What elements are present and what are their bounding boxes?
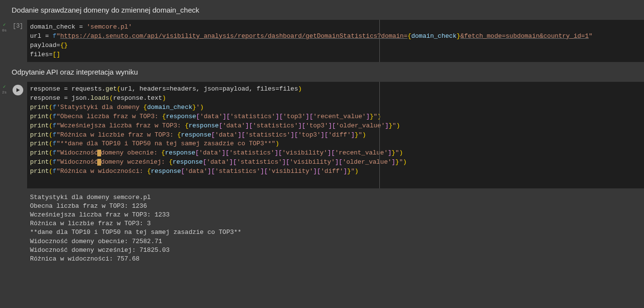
code-token: f: [53, 158, 57, 166]
code-token: =: [49, 51, 53, 58]
code-token: 'top3': [306, 122, 329, 129]
code-token: 'older_value': [336, 122, 385, 129]
code-token: =: [45, 32, 49, 40]
code-token: 'statistics': [215, 168, 260, 175]
code-cell-2: ✓ 2s response = requests.get(url, header…: [0, 82, 644, 188]
code-token: print: [30, 149, 49, 156]
code-token: get: [105, 85, 117, 92]
run-button[interactable]: [13, 85, 23, 95]
code-token: 'top3': [283, 113, 306, 120]
code-token: {: [185, 122, 189, 129]
code-token: ': [196, 104, 200, 111]
exec-time: 0s: [2, 29, 7, 32]
code-token: ): [399, 149, 403, 156]
cell-output: Statystyki dla domeny semcore.pl Obecna …: [0, 188, 644, 269]
code-token: ][: [208, 168, 215, 175]
code-token: ": [589, 32, 593, 40]
code-token: "Różnica w widoczności:: [57, 168, 147, 175]
code-token: 'recent_value': [313, 113, 366, 120]
code-token: [: [181, 168, 185, 175]
code-token: print: [30, 158, 49, 166]
code-token: ][: [223, 113, 230, 120]
code-token: (: [49, 168, 53, 175]
code-token: ]: [391, 158, 395, 166]
code-token: f: [53, 140, 57, 147]
code-token: print: [30, 140, 49, 147]
code-editor[interactable]: domain_check = 'semcore.pl' url = f"http…: [27, 20, 644, 62]
code-token: ": [399, 158, 403, 166]
code-token: ][: [275, 113, 283, 120]
code-token: print: [30, 131, 49, 139]
code-token: ][: [222, 149, 229, 156]
code-token: domeny wcześniej:: [101, 158, 168, 166]
code-token: ][: [335, 158, 343, 166]
code-token: .: [87, 94, 90, 102]
code-token: "Wcześniejsza liczba fraz w TOP3:: [57, 122, 185, 129]
code-token: ): [162, 94, 166, 102]
code-token: (: [49, 122, 53, 129]
cell-prompt: [3]: [9, 20, 27, 62]
code-token: 'visibility': [282, 149, 328, 156]
code-token: json: [72, 94, 87, 102]
code-token: response: [173, 158, 203, 166]
code-token: ][: [229, 158, 237, 166]
code-token: ][: [328, 149, 335, 156]
code-token: https://api.senuto.com/api/visibility_an…: [60, 32, 407, 40]
code-token: "Obecna liczba fraz w TOP3:: [57, 113, 162, 120]
code-token: "Różnica w liczbie fraz w TOP3:: [57, 131, 178, 139]
code-token: url: [30, 32, 41, 40]
code-token: f: [53, 113, 57, 120]
editor-ruler: [379, 82, 380, 188]
code-token: domeny obecnie:: [101, 149, 161, 156]
code-token: []: [53, 51, 60, 58]
code-token: &fetch_mode=subdomain&country_id=1: [460, 32, 588, 40]
code-token: requests: [72, 85, 102, 92]
code-token: 'semcore.pl': [87, 23, 132, 31]
code-editor[interactable]: response = requests.get(url, headers=hea…: [27, 82, 644, 188]
code-token: (: [49, 140, 53, 147]
code-token: ][: [306, 113, 314, 120]
code-token: ": [395, 149, 399, 156]
code-token: 'Statystyki dla domeny: [57, 104, 143, 111]
code-token: 'data': [215, 131, 238, 139]
code-token: (: [49, 104, 53, 111]
code-token: ): [403, 158, 407, 166]
code-token: ): [396, 122, 400, 129]
code-token: [: [203, 158, 207, 166]
code-token: 'visibility': [268, 168, 314, 175]
code-token: files: [30, 51, 49, 58]
code-token: print: [30, 104, 49, 111]
code-token: .: [102, 85, 105, 92]
code-token: 'statistics': [229, 149, 275, 156]
code-token: 'statistics': [230, 113, 276, 120]
code-token: 'data': [200, 113, 223, 120]
code-token: [: [196, 113, 200, 120]
code-token: ): [362, 131, 366, 139]
code-token: 'statistics': [253, 122, 298, 129]
code-token: =: [64, 94, 68, 102]
section-heading-2: Odpytanie API oraz intepretacja wyniku: [0, 62, 644, 82]
prompt-label: [3]: [13, 23, 23, 30]
code-token: response: [30, 94, 60, 102]
code-token: (: [49, 113, 53, 120]
code-token: ): [275, 140, 279, 147]
cell-prompt: [9, 82, 27, 188]
code-token: f: [53, 122, 57, 129]
code-token: response: [189, 122, 219, 129]
code-token: (: [49, 149, 53, 156]
code-token: 'visibility': [290, 158, 335, 166]
code-token: domain_check: [411, 32, 457, 40]
code-token: ][: [274, 149, 282, 156]
code-token: }: [391, 149, 395, 156]
code-token: f: [53, 32, 57, 40]
code-cell-1: ✓ 0s [3] domain_check = 'semcore.pl' url…: [0, 20, 644, 62]
code-token: print: [30, 113, 49, 120]
code-token: print: [30, 168, 49, 175]
code-token: ": [351, 168, 355, 175]
code-token: 'top3': [298, 131, 321, 139]
play-icon: [15, 88, 20, 92]
cell-gutter: ✓ 0s: [0, 20, 9, 62]
code-token: {: [161, 149, 165, 156]
code-token: [: [219, 122, 223, 129]
code-token: 'data': [199, 149, 222, 156]
